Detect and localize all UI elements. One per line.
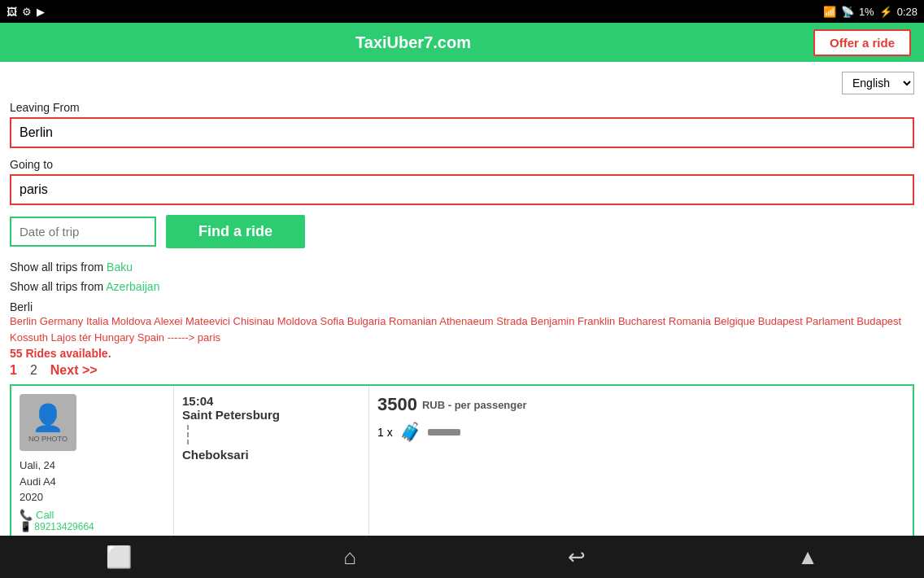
per-passenger-1: RUB - per passenger xyxy=(422,399,527,411)
driver-info-1: Uali, 24 Audi A4 2020 xyxy=(20,458,56,506)
language-select[interactable]: English French German Spanish Russian xyxy=(842,72,914,94)
driver-year-1: 2020 xyxy=(20,491,43,503)
find-ride-button[interactable]: Find a ride xyxy=(166,215,305,248)
status-bar-right: 📶 📡 1% ⚡ 0:28 xyxy=(823,6,917,18)
nav-bar: TaxiUber7.com Offer a ride xyxy=(0,23,924,62)
signal-icon: 📡 xyxy=(841,6,854,18)
nav-square-icon[interactable]: ⬜ xyxy=(106,545,132,570)
show-all-label-1: Show all trips from xyxy=(10,261,103,274)
wifi-icon: 📶 xyxy=(823,6,836,18)
show-all-label-2: Show all trips from xyxy=(10,280,103,293)
partial-match-text: Berli xyxy=(10,300,914,313)
phone-icon-1: 📞 xyxy=(20,509,33,521)
driver-name-1: Uali, 24 xyxy=(20,459,55,471)
dashed-line-1 xyxy=(187,425,360,444)
ride-card-1: 👤 NO PHOTO Uali, 24 Audi A4 2020 📞 Call … xyxy=(10,384,914,536)
app-icon-3: ▶ xyxy=(37,6,45,18)
luggage-icon-1: 🧳 xyxy=(399,422,421,443)
page-2[interactable]: 2 xyxy=(30,363,37,378)
rides-available-text: 55 Rides available. xyxy=(10,347,914,360)
call-link-1[interactable]: 📞 Call xyxy=(20,509,54,521)
app-title: TaxiUber7.com xyxy=(355,33,471,51)
main-scroll-area: English French German Spanish Russian Le… xyxy=(0,62,924,536)
ride-card-1-middle: 15:04 Saint Petersburg Cheboksari xyxy=(174,386,369,536)
phone-text-1: 89213429664 xyxy=(34,521,94,532)
related-links[interactable]: Berlin Germany Italia Moldova Alexei Mat… xyxy=(10,313,914,348)
price-amount-1: 3500 xyxy=(377,394,417,415)
nav-home-icon[interactable]: ⌂ xyxy=(343,545,356,570)
status-bar: 🖼 ⚙ ▶ 📶 📡 1% ⚡ 0:28 xyxy=(0,0,924,23)
no-photo-label-1: NO PHOTO xyxy=(28,435,68,443)
whatsapp-icon-1: 📱 xyxy=(20,521,32,532)
battery-icon: ⚡ xyxy=(879,6,892,18)
driver-car-1: Audi A4 xyxy=(20,475,56,488)
luggage-bar-1 xyxy=(428,429,460,436)
suggestions-block: Show all trips from Baku Show all trips … xyxy=(10,258,914,297)
time-display: 0:28 xyxy=(897,6,917,18)
app-icon-1: 🖼 xyxy=(7,6,17,18)
app-icon-2: ⚙ xyxy=(22,6,32,18)
bottom-nav: ⬜ ⌂ ↩ ▲ xyxy=(0,536,924,578)
nav-back-icon[interactable]: ↩ xyxy=(568,545,586,570)
next-button[interactable]: Next >> xyxy=(50,363,98,378)
avatar-figure-1: 👤 xyxy=(32,402,64,433)
status-bar-left: 🖼 ⚙ ▶ xyxy=(7,6,45,18)
phone-number-1[interactable]: 📱 89213429664 xyxy=(20,521,94,532)
date-of-trip-input[interactable] xyxy=(10,217,156,247)
battery-text: 1% xyxy=(859,6,874,18)
language-row: English French German Spanish Russian xyxy=(10,72,914,94)
luggage-row-1: 1 x 🧳 xyxy=(377,422,904,443)
search-result-block: Berli Berlin Germany Italia Moldova Alex… xyxy=(10,300,914,361)
date-find-row: Find a ride xyxy=(10,215,914,248)
call-label-1: Call xyxy=(36,509,54,521)
leaving-from-label: Leaving From xyxy=(10,101,914,114)
offer-ride-button[interactable]: Offer a ride xyxy=(813,29,911,56)
page-1[interactable]: 1 xyxy=(10,363,17,378)
pagination: 1 2 Next >> xyxy=(10,363,914,378)
country-link[interactable]: Azerbaijan xyxy=(106,280,159,293)
nav-up-icon[interactable]: ▲ xyxy=(797,545,818,570)
ride-card-1-right: 3500 RUB - per passenger 1 x 🧳 xyxy=(369,386,913,536)
main-content: English French German Spanish Russian Le… xyxy=(0,62,924,536)
going-to-label: Going to xyxy=(10,158,914,171)
leaving-from-input[interactable] xyxy=(10,117,914,148)
ride-to-1: Cheboksari xyxy=(182,448,360,462)
avatar-1: 👤 NO PHOTO xyxy=(20,394,76,451)
seats-label-1: 1 x xyxy=(377,426,393,439)
ride-from-1: Saint Petersburg xyxy=(182,408,360,422)
ride-time-1: 15:04 xyxy=(182,394,360,408)
city-link[interactable]: Baku xyxy=(107,261,133,274)
going-to-input[interactable] xyxy=(10,174,914,205)
ride-card-1-left: 👤 NO PHOTO Uali, 24 Audi A4 2020 📞 Call … xyxy=(11,386,174,536)
price-row-1: 3500 RUB - per passenger xyxy=(377,394,904,415)
